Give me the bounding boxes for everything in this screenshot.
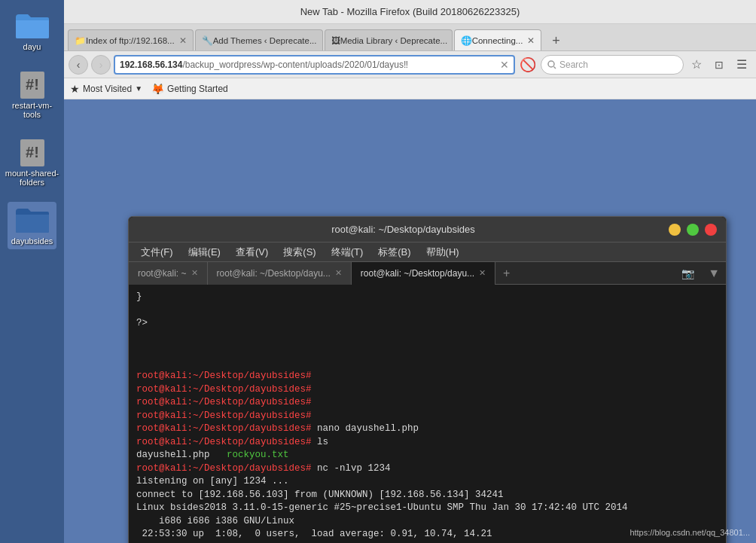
tab-1-label: Index of ftp://192.168...	[86, 36, 175, 45]
tab-1-favicon: 📁	[75, 35, 86, 46]
maximize-button[interactable]: □	[687, 224, 699, 236]
term-connect: connect to [192.168.56.103] from (UNKNOW…	[136, 489, 718, 502]
menu-edit[interactable]: 编辑(E)	[182, 244, 227, 261]
term-line-empty2	[136, 331, 718, 344]
nav-right-controls: 🚫 Search ☆ ⊡ ☰	[518, 55, 751, 75]
term-ls-cmd: root@kali:~/Desktop/dayubsides# ls	[136, 436, 718, 450]
terminal-title-bar: root@kali: ~/Desktop/dayubsides _ □ ✕	[129, 217, 726, 243]
menu-help[interactable]: 帮助(H)	[420, 244, 465, 261]
close-button[interactable]: ✕	[705, 224, 717, 236]
sidebar-icon-restart-label: restart-vm-tools	[4, 101, 60, 119]
browser: New Tab - Mozilla Firefox (Build 2018062…	[64, 0, 756, 543]
menu-terminal[interactable]: 终端(T)	[325, 244, 370, 261]
window-title: New Tab - Mozilla Firefox (Build 2018062…	[300, 6, 520, 17]
term-prompt-2: root@kali:~/Desktop/dayubsides#	[136, 383, 718, 397]
sidebar-icon-dayu-label: dayu	[23, 42, 41, 51]
term-line-empty4	[136, 357, 718, 371]
term-prompt-4: root@kali:~/Desktop/dayubsides#	[136, 410, 718, 423]
term-line-empty3	[136, 343, 718, 357]
term-linux-info: Linux bsides2018 3.11.0-15-generic #25~p…	[136, 502, 718, 515]
bookmarks-bar: ★ Most Visited ▼ 🦊 Getting Started	[64, 78, 756, 99]
most-visited-label: Most Visited	[83, 84, 132, 94]
menu-view[interactable]: 查看(V)	[230, 244, 274, 261]
tab-4-close[interactable]: ✕	[527, 35, 535, 46]
no-script-icon[interactable]: 🚫	[518, 55, 538, 75]
address-bar[interactable]: 192.168.56.134 /backup_wordpress/wp-cont…	[114, 55, 515, 75]
term-tab-1-close[interactable]: ✕	[191, 268, 198, 278]
sidebar-icon-dayubsides-label: dayubsides	[11, 236, 53, 246]
term-tab-3-close[interactable]: ✕	[479, 268, 486, 278]
getting-started-label: Getting Started	[167, 84, 228, 94]
forward-button[interactable]: ›	[91, 55, 111, 75]
terminal-window-buttons: _ □ ✕	[669, 224, 717, 236]
nav-bar: ‹ › 192.168.56.134 /backup_wordpress/wp-…	[64, 51, 756, 78]
term-tab-2-close[interactable]: ✕	[335, 268, 342, 278]
sidebar-icon-restart-vm[interactable]: #! restart-vm-tools	[0, 66, 64, 123]
home-icon[interactable]: ⊡	[709, 55, 729, 75]
terminal-dropdown-icon[interactable]: ▼	[702, 267, 726, 280]
svg-text:#!: #!	[26, 76, 39, 93]
sidebar: dayu #! restart-vm-tools #! mount-shared…	[0, 0, 64, 543]
most-visited-bookmark[interactable]: ★ Most Visited ▼	[70, 83, 142, 95]
term-prompt-1: root@kali:~/Desktop/dayubsides#	[136, 370, 718, 383]
term-tab-1[interactable]: root@kali: ~ ✕	[129, 262, 208, 285]
search-bar[interactable]: Search	[541, 55, 684, 75]
term-tab-2[interactable]: root@kali: ~/Desktop/dayu... ✕	[208, 262, 352, 285]
folder-blue-icon	[14, 11, 50, 40]
term-tab-1-label: root@kali: ~	[138, 268, 187, 279]
getting-started-bookmark[interactable]: 🦊 Getting Started	[151, 83, 228, 95]
menu-search[interactable]: 搜索(S)	[277, 244, 322, 261]
menu-file[interactable]: 文件(F)	[135, 244, 179, 261]
tab-3-favicon: 🖼	[331, 35, 340, 46]
term-tab-2-label: root@kali: ~/Desktop/dayu...	[217, 268, 331, 279]
tab-4-label: Connecting...	[472, 36, 523, 45]
watermark: https://blog.csdn.net/qq_34801...	[629, 528, 750, 537]
term-tab-3-label: root@kali: ~/Desktop/dayu...	[361, 268, 474, 279]
address-clear-icon[interactable]: ✕	[500, 59, 509, 71]
svg-text:#!: #!	[26, 144, 39, 160]
watermark-text: https://blog.csdn.net/qq_34801...	[629, 528, 750, 537]
tab-3[interactable]: 🖼 Media Library ‹ Deprecate... ✕	[325, 29, 453, 50]
term-line-empty1	[136, 304, 718, 318]
menu-icon[interactable]: ☰	[732, 55, 751, 75]
new-tab-button[interactable]: +	[546, 31, 565, 50]
svg-point-4	[548, 61, 554, 67]
terminal-tabs: root@kali: ~ ✕ root@kali: ~/Desktop/dayu…	[129, 262, 726, 285]
tab-3-label: Media Library ‹ Deprecate...	[340, 36, 448, 45]
term-nano-cmd: root@kali:~/Desktop/dayubsides# nano day…	[136, 423, 718, 436]
most-visited-arrow-icon: ▼	[135, 84, 142, 93]
address-path: /backup_wordpress/wp-content/uploads/202…	[182, 59, 408, 70]
sidebar-icon-mount[interactable]: #! mount-shared-folders	[0, 134, 64, 191]
search-icon	[547, 60, 556, 69]
tab-2-close[interactable]: ✕	[322, 35, 323, 46]
address-hostname: 192.168.56.134	[120, 59, 182, 70]
tab-2-label: Add Themes ‹ Deprecate...	[213, 36, 317, 45]
folder-dark-icon	[14, 206, 50, 234]
title-bar: New Tab - Mozilla Firefox (Build 2018062…	[64, 0, 756, 24]
svg-line-5	[554, 66, 556, 69]
term-tab-3[interactable]: root@kali: ~/Desktop/dayu... ✕	[352, 262, 495, 285]
tab-1[interactable]: 📁 Index of ftp://192.168... ✕	[68, 29, 194, 50]
tab-2-favicon: 🔧	[202, 35, 213, 46]
search-placeholder: Search	[559, 59, 588, 70]
tab-4[interactable]: 🌐 Connecting... ✕	[454, 29, 542, 50]
menu-tabs[interactable]: 标签(B)	[372, 244, 416, 261]
sidebar-icon-dayubsides[interactable]: dayubsides	[8, 202, 57, 249]
terminal-menu: 文件(F) 编辑(E) 查看(V) 搜索(S) 终端(T) 标签(B) 帮助(H…	[129, 243, 726, 262]
term-arch: i686 i686 i386 GNU/Linux	[136, 515, 718, 529]
term-line-brace: }	[136, 291, 718, 304]
bookmark-star-icon[interactable]: ☆	[687, 55, 706, 75]
tab-2[interactable]: 🔧 Add Themes ‹ Deprecate... ✕	[195, 29, 323, 50]
minimize-button[interactable]: _	[669, 224, 681, 236]
sidebar-icon-dayu[interactable]: dayu	[11, 8, 54, 55]
term-line-php: ?>	[136, 317, 718, 331]
back-button[interactable]: ‹	[69, 55, 88, 75]
firefox-icon: 🦊	[151, 83, 164, 95]
tab-1-close[interactable]: ✕	[179, 35, 187, 46]
tab-bar: 📁 Index of ftp://192.168... ✕ 🔧 Add Them…	[64, 24, 756, 51]
term-ls-output: dayushell.php rockyou.txt	[136, 449, 718, 462]
terminal-camera-icon[interactable]: 📷	[674, 267, 702, 279]
term-listening: listening on [any] 1234 ...	[136, 475, 718, 489]
new-term-tab-button[interactable]: +	[495, 267, 517, 280]
sidebar-icon-mount-label: mount-shared-folders	[4, 169, 60, 187]
